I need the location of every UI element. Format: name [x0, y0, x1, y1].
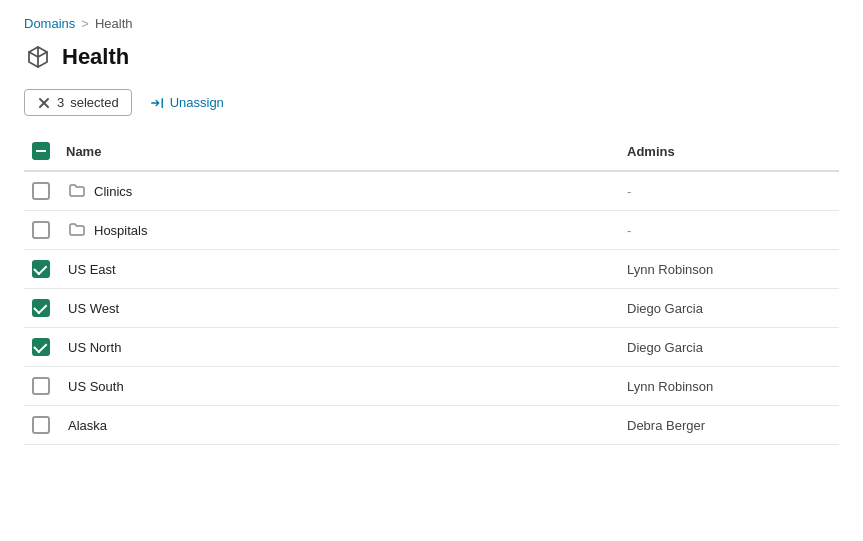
breadcrumb-parent[interactable]: Domains: [24, 16, 75, 31]
table-row: US WestDiego Garcia: [24, 289, 839, 328]
table-row: US SouthLynn Robinson: [24, 367, 839, 406]
row-checkbox-cell: [24, 406, 60, 445]
unassign-button[interactable]: Unassign: [142, 90, 232, 115]
checkbox-alaska[interactable]: [32, 416, 50, 434]
header-name: Name: [60, 132, 619, 171]
row-name-cell: US North: [60, 328, 619, 367]
row-checkbox-cell: [24, 367, 60, 406]
checkbox-hospitals[interactable]: [32, 221, 50, 239]
toolbar: 3 selected Unassign: [24, 89, 839, 116]
page-title: Health: [62, 44, 129, 70]
row-name-cell: US East: [60, 250, 619, 289]
checkbox-clinics[interactable]: [32, 182, 50, 200]
table-row: US NorthDiego Garcia: [24, 328, 839, 367]
page-header: Health: [24, 43, 839, 71]
unassign-icon: [150, 96, 164, 110]
selected-label: selected: [70, 95, 118, 110]
folder-icon: [68, 222, 86, 239]
unassign-label: Unassign: [170, 95, 224, 110]
row-checkbox-cell: [24, 328, 60, 367]
row-admin-cell: Diego Garcia: [619, 328, 839, 367]
row-checkbox-cell: [24, 289, 60, 328]
row-name-text: US South: [68, 379, 124, 394]
breadcrumb-separator: >: [81, 16, 89, 31]
selected-count: 3: [57, 95, 64, 110]
table-row: AlaskaDebra Berger: [24, 406, 839, 445]
clear-selection-icon: [37, 96, 51, 110]
checkbox-us-west[interactable]: [32, 299, 50, 317]
row-checkbox-cell: [24, 171, 60, 211]
row-admin-cell: Debra Berger: [619, 406, 839, 445]
checkbox-us-north[interactable]: [32, 338, 50, 356]
header-admins: Admins: [619, 132, 839, 171]
row-name-cell: US South: [60, 367, 619, 406]
header-checkbox-cell: [24, 132, 60, 171]
breadcrumb: Domains > Health: [24, 16, 839, 31]
row-checkbox-cell: [24, 250, 60, 289]
row-name-text: Alaska: [68, 418, 107, 433]
checkbox-us-south[interactable]: [32, 377, 50, 395]
row-name-text: US West: [68, 301, 119, 316]
row-name-cell: Clinics: [60, 171, 619, 211]
domains-table: Name Admins Clinics- Hospitals-US EastLy…: [24, 132, 839, 445]
row-name-text: Hospitals: [94, 223, 147, 238]
table-body: Clinics- Hospitals-US EastLynn RobinsonU…: [24, 171, 839, 445]
row-admin-cell: Lynn Robinson: [619, 250, 839, 289]
table-row: Hospitals-: [24, 211, 839, 250]
selected-count-button[interactable]: 3 selected: [24, 89, 132, 116]
row-name-cell: Hospitals: [60, 211, 619, 250]
table-header-row: Name Admins: [24, 132, 839, 171]
breadcrumb-current: Health: [95, 16, 133, 31]
folder-icon: [68, 183, 86, 200]
domain-icon: [24, 43, 52, 71]
row-name-cell: US West: [60, 289, 619, 328]
table-row: US EastLynn Robinson: [24, 250, 839, 289]
row-name-cell: Alaska: [60, 406, 619, 445]
row-name-text: Clinics: [94, 184, 132, 199]
row-checkbox-cell: [24, 211, 60, 250]
row-name-text: US North: [68, 340, 121, 355]
checkbox-us-east[interactable]: [32, 260, 50, 278]
select-all-checkbox[interactable]: [32, 142, 50, 160]
row-admin-cell: Lynn Robinson: [619, 367, 839, 406]
row-admin-dash: -: [627, 223, 631, 238]
row-admin-cell: -: [619, 211, 839, 250]
row-admin-dash: -: [627, 184, 631, 199]
row-name-text: US East: [68, 262, 116, 277]
row-admin-cell: Diego Garcia: [619, 289, 839, 328]
row-admin-cell: -: [619, 171, 839, 211]
table-row: Clinics-: [24, 171, 839, 211]
